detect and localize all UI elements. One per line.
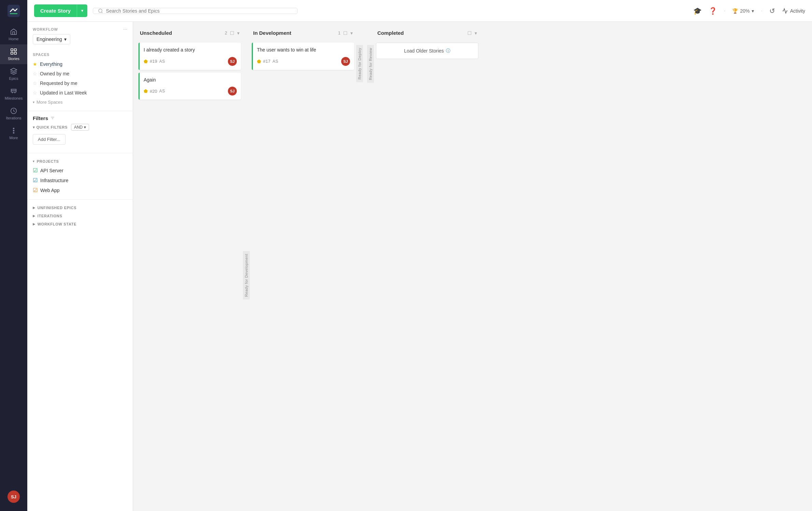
trophy-area[interactable]: 🏆 20% ▾ [732,8,754,14]
help-icon[interactable]: ❓ [709,7,717,15]
projects-section[interactable]: ▾ PROJECTS [27,157,133,165]
more-spaces-item[interactable]: ▾ More Spaces [27,98,133,107]
trophy-percent: 20% [740,8,750,14]
column-title-unscheduled: Unscheduled [140,30,172,36]
checkbox-green-icon: ☑ [33,167,38,174]
card-20-footer: ⬟ #20 AS SJ [144,87,237,96]
trophy-dropdown-arrow: ▾ [752,8,754,14]
sidebar-item-more[interactable]: More [0,123,27,143]
star-empty-icon-2: ☆ [33,81,37,86]
activity-button[interactable]: Activity [782,8,805,14]
column-count-completed: ☐ ▾ [467,30,477,36]
story-point-icon-17: ⬟ [257,59,261,64]
svg-rect-1 [11,49,13,51]
vertical-label-ready-for-review: Ready for Deploy [356,45,363,82]
workflow-state-label: WORKFLOW STATE [38,222,76,226]
space-item-owned[interactable]: ☆ Owned by me [27,69,133,78]
column-header-unscheduled: Unscheduled 2 ☐ ▾ [139,27,241,39]
workflow-state-arrow: ▶ [33,222,35,226]
and-dropdown-arrow: ▾ [84,125,86,130]
iterations-label: ITERATIONS [38,214,62,218]
card-20[interactable]: Again ⬟ #20 AS SJ [139,73,241,100]
history-icon[interactable]: ↺ [769,7,775,15]
sidebar-item-iterations[interactable]: Iterations [0,104,27,123]
load-older-button[interactable]: Load Older Stories ⓘ [376,43,478,59]
completed-more-icon[interactable]: ▾ [475,30,477,36]
svg-rect-3 [11,52,13,54]
space-updated-label: Updated in Last Week [40,90,87,96]
story-num-19: #19 [150,59,157,64]
story-type-19: AS [159,59,165,64]
story-type-17: AS [273,59,278,64]
sidebar-item-epics[interactable]: Epics [0,64,27,84]
create-story-dropdown-arrow[interactable]: ▾ [77,5,87,16]
quick-filters-arrow: ▾ [33,125,35,130]
svg-point-9 [99,9,102,12]
add-filter-button[interactable]: Add Filter... [33,134,66,145]
column-count-in-development: 1 ☐ ▾ [338,30,353,36]
search-icon [98,8,103,14]
workflow-selected-label: Engineering [37,36,62,42]
separator-1: · [724,8,725,14]
column-in-development: In Development 1 ☐ ▾ The user wants to w… [252,27,354,506]
quick-filters-label: ▾ QUICK FILTERS [33,125,68,130]
and-filter-badge[interactable]: AND ▾ [71,124,89,131]
column-title-completed: Completed [377,30,404,36]
search-input[interactable] [106,8,293,14]
star-filled-icon: ★ [33,61,37,67]
kanban-board: Unscheduled 2 ☐ ▾ I already created a st… [133,22,812,511]
unscheduled-more-icon[interactable]: ▾ [237,30,240,36]
sidebar-item-home[interactable]: Home [0,25,27,44]
project-api-server[interactable]: ☑ API Server [27,165,133,175]
project-infrastructure[interactable]: ☑ Infrastructure [27,175,133,185]
user-avatar[interactable]: SJ [8,491,20,503]
activity-label: Activity [790,8,805,14]
unscheduled-checkbox-icon[interactable]: ☐ [230,30,234,36]
quick-filters-row: ▾ QUICK FILTERS AND ▾ [27,124,133,134]
space-item-updated[interactable]: ☆ Updated in Last Week [27,88,133,98]
in-development-checkbox-icon[interactable]: ☐ [343,30,348,36]
sidebar-item-milestones[interactable]: Milestones [0,84,27,104]
unscheduled-count: 2 [225,30,227,35]
card-20-title: Again [144,77,237,84]
search-bar[interactable] [93,8,298,14]
sidebar: Home Stories Epics Milestones Iterations… [0,0,27,511]
sidebar-item-stories-label: Stories [8,57,19,61]
in-development-more-icon[interactable]: ▾ [350,30,353,36]
card-17[interactable]: The user wants to win at life ⬟ #17 AS S… [252,43,354,70]
sidebar-item-more-label: More [9,136,18,140]
graduation-cap-icon[interactable]: 🎓 [693,7,702,15]
app-logo[interactable] [7,4,20,18]
avatar-17: SJ [341,57,350,66]
spaces-section-label: SPACES [27,50,133,59]
load-older-info-icon[interactable]: ⓘ [446,48,450,54]
completed-checkbox-icon[interactable]: ☐ [467,30,472,36]
create-story-main-label: Create Story [34,4,77,17]
space-item-everything[interactable]: ★ Everything [27,59,133,69]
project-web-app[interactable]: ☑ Web App [27,185,133,195]
column-header-in-development: In Development 1 ☐ ▾ [252,27,354,39]
workflow-selector[interactable]: Engineering ▾ [33,34,70,44]
workflow-menu-icon[interactable]: ··· [123,27,127,31]
vertical-labels-review-deploy-wrapper: Ready for Deploy Ready for Review [355,27,375,506]
story-point-icon-20: ⬟ [144,88,148,94]
trophy-icon: 🏆 [732,8,738,14]
filters-label: Filters [33,115,48,121]
create-story-button[interactable]: Create Story ▾ [34,4,87,17]
divider-2 [27,153,133,153]
sidebar-item-home-label: Home [9,37,18,41]
sidebar-item-iterations-label: Iterations [6,116,21,120]
column-header-completed: Completed ☐ ▾ [376,27,478,39]
project-web-app-label: Web App [40,188,60,193]
more-spaces-label: More Spaces [37,100,63,105]
card-19-meta: ⬟ #19 AS [144,59,165,64]
iterations-section[interactable]: ▶ ITERATIONS [27,212,133,220]
workflow-state-section[interactable]: ▶ WORKFLOW STATE [27,220,133,228]
card-19[interactable]: I already created a story ⬟ #19 AS SJ [139,43,241,70]
sidebar-item-stories[interactable]: Stories [0,44,27,64]
unfinished-epics-section[interactable]: ▶ UNFINISHED EPICS [27,204,133,212]
divider-1 [27,111,133,111]
filters-icon [50,116,55,121]
card-19-title: I already created a story [144,47,237,54]
space-item-requested[interactable]: ☆ Requested by me [27,78,133,88]
